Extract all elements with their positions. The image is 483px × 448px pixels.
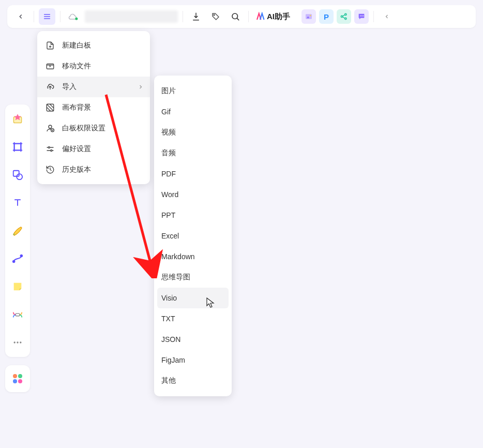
- menu-item-new-board[interactable]: 新建白板: [37, 35, 150, 56]
- svg-point-35: [13, 374, 17, 378]
- history-icon: [46, 165, 55, 174]
- tool-frame[interactable]: [8, 138, 27, 156]
- svg-rect-25: [13, 171, 19, 176]
- chevron-left-small-icon: [384, 13, 390, 20]
- svg-point-17: [363, 16, 364, 17]
- submenu-label: FigJam: [161, 356, 185, 364]
- divider: [373, 11, 374, 22]
- document-title-area[interactable]: [85, 10, 178, 23]
- menu-item-canvas-background[interactable]: 画布背景: [37, 97, 150, 118]
- sticky-note-icon: [12, 281, 23, 292]
- cloud-icon: [68, 11, 79, 22]
- divider: [183, 11, 183, 22]
- menu-item-permissions[interactable]: 白板权限设置: [37, 118, 150, 139]
- ai-logo-icon: [255, 12, 265, 21]
- import-submenu: 图片 Gif 视频 音频 PDF Word PPT Excel Markdown…: [154, 76, 232, 396]
- permission-icon: [46, 124, 55, 133]
- search-button[interactable]: [227, 8, 244, 25]
- submenu-item-pdf[interactable]: PDF: [154, 163, 232, 184]
- submenu-label: TXT: [161, 315, 175, 323]
- download-button[interactable]: [188, 8, 204, 25]
- submenu-item-word[interactable]: Word: [154, 184, 232, 205]
- side-toolbar: [5, 104, 30, 357]
- submenu-item-ppt[interactable]: PPT: [154, 205, 232, 226]
- tag-icon: [211, 12, 220, 21]
- submenu-item-video[interactable]: 视频: [154, 122, 232, 143]
- submenu-item-figjam[interactable]: FigJam: [154, 350, 232, 370]
- svg-point-46: [48, 147, 50, 148]
- menu-item-preferences[interactable]: 偏好设置: [37, 139, 150, 159]
- submenu-label: 思维导图: [161, 273, 190, 282]
- svg-point-36: [18, 374, 22, 378]
- svg-point-30: [21, 255, 23, 257]
- quick-chat-button[interactable]: [354, 9, 369, 24]
- svg-rect-31: [16, 313, 19, 316]
- svg-point-48: [51, 150, 52, 152]
- top-toolbar: AI助手 P: [7, 5, 476, 28]
- image-sparkle-icon: [305, 12, 313, 21]
- menu-label: 新建白板: [62, 41, 91, 50]
- svg-rect-20: [14, 144, 21, 151]
- submenu-label: JSON: [161, 335, 180, 344]
- divider: [248, 11, 249, 22]
- tool-pen[interactable]: [8, 221, 27, 240]
- submenu-label: 视频: [161, 128, 176, 137]
- svg-point-38: [18, 379, 22, 383]
- apps-grid-icon: [11, 372, 24, 385]
- p-letter: P: [324, 12, 329, 21]
- submenu-label: Gif: [161, 108, 171, 116]
- menu-item-history[interactable]: 历史版本: [37, 159, 150, 180]
- submenu-item-audio[interactable]: 音频: [154, 143, 232, 163]
- cloud-sync-button[interactable]: [65, 8, 82, 25]
- menu-label: 移动文件: [62, 62, 91, 71]
- svg-point-4: [214, 14, 215, 16]
- tool-mindmap[interactable]: [8, 305, 27, 324]
- tool-connector[interactable]: [8, 249, 27, 268]
- new-file-icon: [46, 41, 55, 50]
- submenu-item-txt[interactable]: TXT: [154, 308, 232, 329]
- svg-point-37: [13, 379, 17, 383]
- ai-assistant-label: AI助手: [267, 12, 290, 22]
- submenu-item-mindmap[interactable]: 思维导图: [154, 267, 232, 288]
- hamburger-menu-button[interactable]: [39, 8, 55, 25]
- back-button[interactable]: [12, 8, 29, 25]
- svg-point-43: [49, 125, 52, 128]
- text-icon: [12, 198, 23, 208]
- tag-button[interactable]: [207, 8, 224, 25]
- menu-item-move-file[interactable]: 移动文件: [37, 56, 150, 77]
- svg-point-15: [360, 16, 361, 17]
- submenu-item-json[interactable]: JSON: [154, 329, 232, 350]
- divider: [34, 11, 34, 22]
- submenu-item-visio[interactable]: Visio: [157, 288, 229, 308]
- submenu-label: Excel: [161, 232, 179, 240]
- submenu-label: PPT: [161, 211, 175, 219]
- submenu-item-image[interactable]: 图片: [154, 81, 232, 101]
- submenu-item-other[interactable]: 其他: [154, 370, 232, 391]
- shape-icon: [12, 169, 23, 181]
- ai-assistant-button[interactable]: AI助手: [255, 12, 290, 22]
- submenu-label: 其他: [161, 376, 176, 385]
- tool-sticky[interactable]: [8, 277, 27, 296]
- submenu-label: Markdown: [161, 252, 195, 261]
- apps-button[interactable]: [8, 369, 27, 388]
- quick-p-button[interactable]: P: [319, 9, 334, 24]
- submenu-item-markdown[interactable]: Markdown: [154, 246, 232, 267]
- submenu-item-excel[interactable]: Excel: [154, 226, 232, 246]
- tool-shape[interactable]: [8, 166, 27, 184]
- svg-point-9: [310, 15, 311, 17]
- submenu-item-gif[interactable]: Gif: [154, 101, 232, 122]
- menu-label: 偏好设置: [62, 144, 91, 154]
- import-cloud-icon: [46, 82, 55, 92]
- chevron-right-icon: [138, 84, 144, 90]
- menu-label: 导入: [62, 82, 77, 92]
- tool-text[interactable]: [8, 193, 27, 212]
- chat-icon: [357, 12, 366, 21]
- menu-item-import[interactable]: 导入: [37, 77, 150, 97]
- tool-select[interactable]: [8, 110, 27, 128]
- svg-line-14: [342, 17, 345, 19]
- quick-gallery-button[interactable]: [301, 9, 316, 24]
- collapse-right-button[interactable]: [379, 8, 395, 25]
- quick-share-button[interactable]: [337, 9, 351, 24]
- tool-more[interactable]: [8, 333, 27, 352]
- svg-point-16: [361, 16, 363, 17]
